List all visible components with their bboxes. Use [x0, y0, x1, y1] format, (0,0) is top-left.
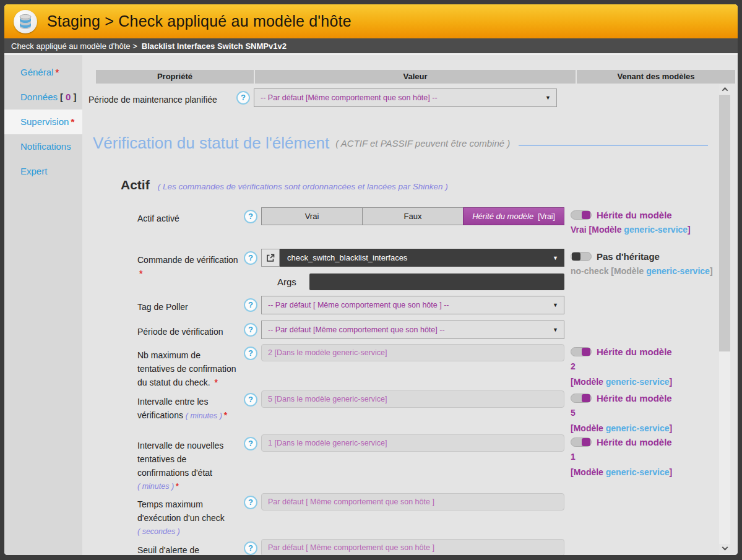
field-label: Tag de Poller — [137, 296, 244, 314]
row-cpu-threshold: Seuil d'alerte de l'utilisation CPU ( se… — [82, 539, 738, 555]
toggle-knob — [582, 211, 590, 219]
vertical-scrollbar[interactable] — [719, 84, 730, 555]
database-icon — [14, 10, 37, 33]
maintenance-period-select[interactable]: -- Par défaut [Même comportement que son… — [254, 88, 557, 107]
count-badge: 0 — [66, 92, 71, 102]
column-header-value: Valeur — [255, 70, 576, 84]
open-command-button[interactable] — [261, 249, 280, 267]
inherited-value-badge: [Vrai] — [538, 212, 555, 221]
help-icon[interactable]: ? — [244, 496, 257, 509]
check-interval-input[interactable] — [261, 390, 564, 408]
sidebar-item-label: Supervision — [20, 116, 69, 127]
toggle-knob — [582, 438, 590, 446]
required-asterisk: * — [71, 116, 74, 127]
required-asterisk: * — [224, 410, 227, 420]
inherited-from-model: Vrai [Modèle generic-service] — [571, 223, 738, 236]
help-icon[interactable]: ? — [244, 251, 257, 265]
row-maintenance-period: Période de maintenance planifiée ? -- Pa… — [82, 88, 738, 107]
sidebar-item-general[interactable]: Général* — [4, 60, 82, 85]
model-link[interactable]: generic-service — [606, 467, 670, 477]
field-label: Seuil d'alerte de l'utilisation CPU ( se… — [137, 539, 244, 555]
field-label: Période de vérification — [137, 321, 244, 338]
help-icon[interactable]: ? — [244, 298, 257, 312]
inherit-toggle[interactable] — [571, 437, 592, 447]
inherit-toggle[interactable] — [571, 347, 592, 356]
external-link-icon — [266, 254, 275, 262]
content-area: Général* Données[0] Supervision* Notific… — [4, 53, 738, 555]
inherit-toggle-label: Hérite du modèle — [597, 437, 672, 447]
option-inherited-button[interactable]: Hérité du modèle [Vrai] — [463, 207, 564, 225]
inherit-toggle[interactable] — [571, 394, 592, 403]
sidebar-item-expert[interactable]: Expert — [4, 159, 82, 184]
model-link[interactable]: generic-service — [606, 377, 670, 387]
field-label: Temps maximum d'exécution d'un check( se… — [137, 493, 244, 538]
args-input[interactable] — [309, 274, 564, 290]
actif-title: Actif — [121, 178, 150, 192]
page-title: Staging > Check appliqué au modèle d'hôt… — [47, 12, 352, 30]
model-link[interactable]: generic-service — [624, 225, 688, 235]
section-subtitle: ( ACTIF et PASSIF peuvent être combiné ) — [335, 138, 510, 149]
retry-interval-input[interactable] — [261, 434, 564, 452]
model-link[interactable]: generic-service — [646, 266, 710, 276]
toggle-knob — [582, 348, 590, 356]
unit-hint: ( minutes )* — [137, 480, 241, 493]
chevron-up-icon — [722, 87, 728, 93]
app-header: Staging > Check appliqué au modèle d'hôt… — [4, 4, 738, 38]
check-period-select[interactable]: -- Par défaut [Même comportement que son… — [261, 321, 564, 339]
option-false-button[interactable]: Faux — [362, 207, 464, 225]
chevron-down-icon: ▼ — [553, 302, 558, 308]
sidebar-item-donnees[interactable]: Données[0] — [4, 85, 82, 110]
cpu-threshold-input[interactable] — [261, 539, 564, 555]
column-header-models: Venant des modèles — [577, 70, 735, 84]
inherit-toggle-label: Hérite du modèle — [597, 347, 672, 357]
chevron-down-icon: ▼ — [553, 255, 558, 261]
max-attempts-input[interactable] — [261, 344, 564, 361]
inherited-from-model: no-check [Modèle generic-service] — [571, 265, 738, 277]
section-divider — [519, 145, 708, 146]
scroll-up-button[interactable] — [719, 84, 730, 94]
inherit-toggle-label: Hérite du modèle — [597, 210, 672, 220]
field-label: Actif activé — [137, 207, 244, 225]
field-label: Nb maximum de tentatives de confirmation… — [137, 344, 244, 389]
scrollbar-thumb[interactable] — [719, 95, 730, 351]
database-cylinder-glyph — [19, 14, 32, 30]
poller-tag-select[interactable]: -- Par défaut [ Même comportement que so… — [261, 296, 564, 314]
chevron-down-icon: ▼ — [553, 327, 558, 333]
sidebar-item-label: Données — [20, 92, 58, 102]
scroll-down-button[interactable] — [719, 544, 730, 554]
row-check-period: Période de vérification ? -- Par défaut … — [82, 321, 738, 339]
row-poller-tag: Tag de Poller ? -- Par défaut [ Même com… — [82, 296, 738, 314]
model-link[interactable]: generic-service — [606, 423, 670, 433]
no-inherit-toggle[interactable] — [571, 252, 592, 261]
app-window: Staging > Check appliqué au modèle d'hôt… — [4, 4, 738, 555]
row-max-attempts: Nb maximum de tentatives de confirmation… — [82, 344, 738, 389]
help-icon[interactable]: ? — [236, 91, 250, 105]
sidebar-item-supervision[interactable]: Supervision* — [4, 110, 82, 134]
help-icon[interactable]: ? — [244, 437, 257, 450]
help-icon[interactable]: ? — [244, 541, 257, 555]
field-label: Intervalle entre les vérifications ( min… — [137, 390, 244, 423]
max-exec-time-input[interactable] — [261, 493, 564, 510]
count-bracket-open: [ — [60, 92, 63, 102]
row-check-interval: Intervalle entre les vérifications ( min… — [82, 390, 738, 434]
help-icon[interactable]: ? — [244, 323, 257, 337]
help-icon[interactable]: ? — [244, 393, 257, 407]
help-icon[interactable]: ? — [244, 210, 257, 223]
required-asterisk: * — [176, 482, 179, 491]
toggle-knob — [582, 394, 590, 402]
required-asterisk: * — [214, 377, 217, 387]
actif-subtitle: ( Les commandes de vérifications sont or… — [158, 182, 448, 191]
inherit-toggle[interactable] — [571, 210, 592, 220]
sidebar-item-notifications[interactable]: Notifications — [4, 134, 82, 159]
row-max-exec-time: Temps maximum d'exécution d'un check( se… — [82, 493, 738, 539]
option-true-button[interactable]: Vrai — [261, 207, 363, 225]
toggle-knob — [572, 252, 580, 261]
selected-value: check_switch_blacklist_interfaces — [287, 253, 407, 262]
inherited-value: 2 — [571, 360, 738, 373]
selected-value: -- Par défaut [ Même comportement que so… — [268, 301, 449, 309]
row-active-enabled: Actif activé ? Vrai Faux Hérité du modèl… — [82, 207, 738, 236]
help-icon[interactable]: ? — [244, 347, 257, 360]
check-command-select[interactable]: check_switch_blacklist_interfaces ▼ — [280, 249, 564, 267]
field-label: Commande de vérification* — [137, 249, 244, 280]
breadcrumb-parent[interactable]: Check appliqué au modèle d'hôte > — [11, 41, 137, 51]
